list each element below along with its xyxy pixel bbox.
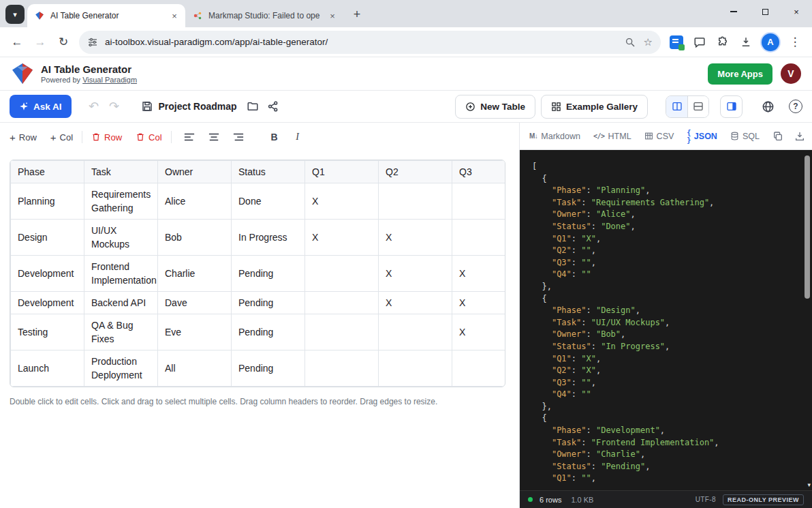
tab-markdown[interactable]: M↓ Markdown — [529, 132, 580, 141]
table-cell[interactable]: Production Deployment — [84, 350, 158, 387]
table-cell[interactable]: Pending — [232, 292, 305, 314]
table-cell[interactable]: Planning — [11, 183, 84, 220]
url-text[interactable]: ai-toolbox.visual-paradigm.com/app/ai-ta… — [105, 37, 625, 47]
split-rows-toggle[interactable] — [687, 96, 708, 117]
table-cell[interactable]: X — [305, 220, 379, 256]
bold-button[interactable]: B — [266, 128, 283, 146]
site-settings-icon[interactable] — [87, 37, 98, 48]
table-cell[interactable] — [379, 314, 452, 350]
table-cell[interactable]: X — [305, 183, 379, 220]
table-cell[interactable]: X — [452, 314, 506, 350]
visual-paradigm-link[interactable]: Visual Paradigm — [82, 76, 137, 84]
table-cell[interactable]: Bob — [158, 220, 232, 256]
table-cell[interactable] — [305, 350, 379, 387]
table-cell[interactable]: Charlie — [158, 256, 232, 292]
table-cell[interactable] — [305, 292, 379, 314]
column-header[interactable]: Q2 — [379, 161, 452, 183]
table-cell[interactable] — [305, 314, 379, 350]
split-columns-toggle[interactable] — [666, 96, 687, 117]
add-col-button[interactable]: +Col — [50, 132, 73, 143]
table-cell[interactable]: Frontend Implementation — [84, 256, 158, 292]
table-cell[interactable]: X — [379, 256, 452, 292]
more-apps-button[interactable]: More Apps — [708, 63, 772, 85]
maximize-button[interactable] — [749, 0, 781, 23]
table-cell[interactable]: Pending — [232, 350, 305, 387]
share-icon[interactable] — [263, 96, 283, 117]
tab-search-button[interactable]: ▾ — [5, 5, 25, 24]
table-cell[interactable]: X — [452, 256, 506, 292]
right-panel-toggle[interactable] — [720, 95, 743, 118]
zoom-icon[interactable] — [625, 37, 636, 48]
align-center-button[interactable] — [205, 128, 223, 146]
table-cell[interactable]: Pending — [232, 256, 305, 292]
table-cell[interactable] — [452, 220, 506, 256]
redo-button[interactable]: ↷ — [104, 99, 125, 114]
italic-button[interactable]: I — [289, 128, 307, 146]
open-folder-icon[interactable] — [243, 96, 263, 117]
column-header[interactable]: Status — [232, 161, 305, 183]
table-row[interactable]: DevelopmentBackend APIDavePendingXX — [11, 292, 506, 314]
table-cell[interactable] — [379, 350, 452, 387]
tab-sql[interactable]: SQL — [730, 132, 760, 141]
close-tab-icon[interactable]: × — [169, 10, 180, 21]
scroll-down-icon[interactable]: ▾ — [807, 481, 811, 488]
new-table-button[interactable]: New Table — [455, 95, 535, 119]
table-cell[interactable]: In Progress — [232, 220, 305, 256]
table-cell[interactable]: Testing — [11, 314, 84, 350]
help-button[interactable]: ? — [789, 100, 802, 113]
column-header[interactable]: Task — [84, 161, 158, 183]
tab-csv[interactable]: CSV — [644, 132, 674, 141]
table-row[interactable]: DevelopmentFrontend ImplementationCharli… — [11, 256, 506, 292]
table-cell[interactable]: Development — [11, 256, 84, 292]
table-cell[interactable]: Design — [11, 220, 84, 256]
download-code-icon[interactable] — [794, 131, 805, 142]
browser-tab-inactive[interactable]: Markmap Studio: Failed to ope × — [185, 4, 343, 27]
table-cell[interactable] — [452, 183, 506, 220]
close-window-button[interactable]: × — [781, 0, 812, 23]
extensions-icon[interactable] — [711, 31, 734, 54]
back-button[interactable]: ← — [5, 31, 29, 54]
browser-menu-icon[interactable]: ⋮ — [783, 31, 807, 54]
close-tab-icon[interactable]: × — [327, 10, 338, 21]
browser-tab-active[interactable]: AI Table Generator × — [27, 4, 185, 27]
new-tab-button[interactable]: + — [347, 5, 366, 24]
add-row-button[interactable]: +Row — [10, 132, 37, 143]
address-bar[interactable]: ai-toolbox.visual-paradigm.com/app/ai-ta… — [79, 31, 661, 54]
table-row[interactable]: DesignUI/UX MockupsBobIn ProgressXX — [11, 220, 506, 256]
table-cell[interactable]: X — [379, 220, 452, 256]
table-cell[interactable]: Launch — [11, 350, 84, 387]
table-cell[interactable] — [305, 256, 379, 292]
downloads-icon[interactable] — [734, 31, 758, 54]
table-row[interactable]: TestingQA & Bug FixesEvePendingX — [11, 314, 506, 350]
document-title[interactable]: Project Roadmap — [159, 101, 237, 112]
align-right-button[interactable] — [230, 128, 247, 146]
delete-col-button[interactable]: Col — [136, 132, 162, 143]
table-cell[interactable]: QA & Bug Fixes — [84, 314, 158, 350]
undo-button[interactable]: ↶ — [84, 99, 104, 114]
table-cell[interactable]: Done — [232, 183, 305, 220]
scrollbar-thumb[interactable] — [805, 155, 810, 299]
table-cell[interactable]: Eve — [158, 314, 232, 350]
delete-row-button[interactable]: Row — [91, 132, 122, 143]
column-header[interactable]: Q1 — [305, 161, 379, 183]
table-row[interactable]: PlanningRequirements GatheringAliceDoneX — [11, 183, 506, 220]
tab-html[interactable]: </> HTML — [593, 132, 631, 141]
translate-icon[interactable] — [670, 35, 683, 49]
column-header[interactable]: Phase — [11, 161, 84, 183]
table-cell[interactable]: X — [379, 292, 452, 314]
table-cell[interactable]: X — [452, 292, 506, 314]
ask-ai-button[interactable]: Ask AI — [10, 95, 72, 118]
column-header[interactable]: Q3 — [452, 161, 506, 183]
bookmark-star-icon[interactable]: ☆ — [644, 36, 653, 48]
table-cell[interactable]: Development — [11, 292, 84, 314]
comment-icon[interactable] — [688, 31, 711, 54]
code-content[interactable]: [ { "Phase": "Planning", "Task": "Requir… — [532, 161, 797, 485]
save-icon[interactable] — [137, 96, 157, 117]
table-cell[interactable]: All — [158, 350, 232, 387]
forward-button[interactable]: → — [29, 31, 52, 54]
language-globe-icon[interactable] — [758, 96, 778, 117]
table-cell[interactable]: Requirements Gathering — [84, 183, 158, 220]
profile-avatar[interactable]: A — [762, 33, 779, 51]
column-header[interactable]: Owner — [158, 161, 232, 183]
table-cell[interactable] — [379, 183, 452, 220]
